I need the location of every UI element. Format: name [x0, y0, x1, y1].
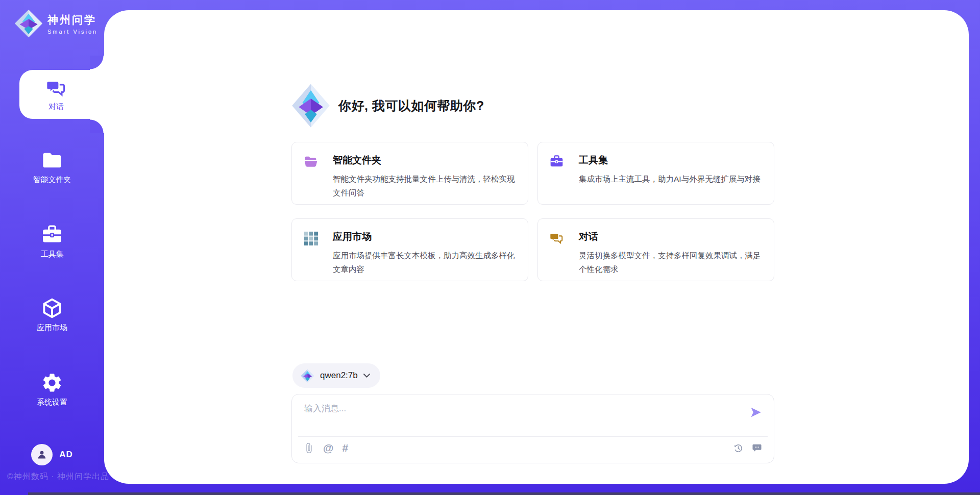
gear-icon	[41, 372, 63, 394]
sidebar-item-label: 工具集	[41, 250, 64, 259]
main-panel: 你好, 我可以如何帮助你? 智能文件夹 智能文件夹功能支持批量文件上传与清洗，轻…	[104, 10, 969, 484]
model-diamond-icon	[301, 369, 314, 383]
card-description: 集成市场上主流工具，助力AI与外界无缝扩展与对接	[579, 172, 763, 186]
composer-divider	[298, 436, 768, 437]
sidebar-item-settings[interactable]: 系统设置	[0, 372, 104, 407]
feedback-bubble-icon[interactable]	[751, 442, 763, 454]
sidebar-item-label: 智能文件夹	[33, 175, 71, 185]
card-description: 灵活切换多模型文件，支持多样回复效果调试，满足个性化需求	[579, 249, 763, 276]
user-name: AD	[59, 450, 73, 460]
chat-icon	[45, 77, 67, 98]
card-description: 应用市场提供丰富长文本模板，助力高效生成多样化文章内容	[333, 249, 517, 276]
assistant-diamond-icon	[291, 83, 330, 128]
brand-name-cn: 神州问学	[47, 13, 97, 27]
card-app-market[interactable]: 应用市场 应用市场提供丰富长文本模板，助力高效生成多样化文章内容	[291, 218, 528, 281]
card-toolset[interactable]: 工具集 集成市场上主流工具，助力AI与外界无缝扩展与对接	[537, 142, 774, 205]
card-title: 对话	[579, 230, 763, 243]
hash-icon[interactable]: #	[342, 442, 348, 454]
toolbox-icon	[549, 154, 564, 169]
folder-open-icon	[303, 154, 318, 169]
model-name: qwen2:7b	[320, 370, 358, 381]
window-bottom-edge	[28, 492, 980, 495]
history-icon[interactable]	[732, 442, 744, 454]
active-tab-fillet-bottom	[90, 119, 104, 133]
user-account[interactable]: AD	[0, 444, 104, 465]
card-title: 应用市场	[333, 230, 517, 243]
sidebar-item-label: 应用市场	[37, 323, 67, 333]
sidebar-item-chat[interactable]: 对话	[19, 70, 105, 119]
greeting-block: 你好, 我可以如何帮助你?	[291, 83, 484, 128]
feature-cards: 智能文件夹 智能文件夹功能支持批量文件上传与清洗，轻松实现文件问答 工具集 集成…	[291, 142, 774, 281]
sidebar-item-smart-folder[interactable]: 智能文件夹	[0, 149, 104, 185]
brand-diamond-icon	[14, 9, 43, 38]
message-input[interactable]	[304, 403, 733, 432]
greeting-text: 你好, 我可以如何帮助你?	[338, 97, 484, 114]
card-title: 工具集	[579, 154, 763, 167]
message-composer: @ #	[291, 394, 774, 463]
sidebar-item-toolset[interactable]: 工具集	[0, 224, 104, 259]
brand-logo: 神州问学 Smart Vision	[14, 9, 97, 38]
brand-name-en: Smart Vision	[47, 29, 97, 35]
chat-icon	[549, 231, 564, 245]
toolbox-icon	[41, 224, 63, 246]
mention-icon[interactable]: @	[323, 442, 333, 454]
app-window: 神州问学 Smart Vision 对话 智能文件夹	[0, 0, 980, 495]
active-tab-fillet-top	[90, 56, 104, 70]
sidebar-item-label: 系统设置	[37, 398, 67, 407]
sidebar-item-app-market[interactable]: 应用市场	[0, 297, 104, 333]
paperclip-icon[interactable]	[303, 442, 314, 454]
avatar	[31, 444, 53, 465]
sidebar-item-label: 对话	[48, 102, 64, 112]
card-description: 智能文件夹功能支持批量文件上传与清洗，轻松实现文件问答	[333, 172, 517, 200]
card-chat[interactable]: 对话 灵活切换多模型文件，支持多样回复效果调试，满足个性化需求	[537, 218, 774, 281]
card-smart-folder[interactable]: 智能文件夹 智能文件夹功能支持批量文件上传与清洗，轻松实现文件问答	[291, 142, 528, 205]
model-selector[interactable]: qwen2:7b	[292, 363, 380, 388]
folder-icon	[41, 149, 63, 171]
grid-icon	[303, 231, 318, 245]
copyright-footer: ©神州数码 · 神州问学出品	[7, 472, 109, 482]
cube-icon	[41, 297, 63, 319]
chevron-down-icon	[363, 374, 370, 378]
card-title: 智能文件夹	[333, 154, 517, 167]
send-icon[interactable]	[749, 406, 763, 419]
